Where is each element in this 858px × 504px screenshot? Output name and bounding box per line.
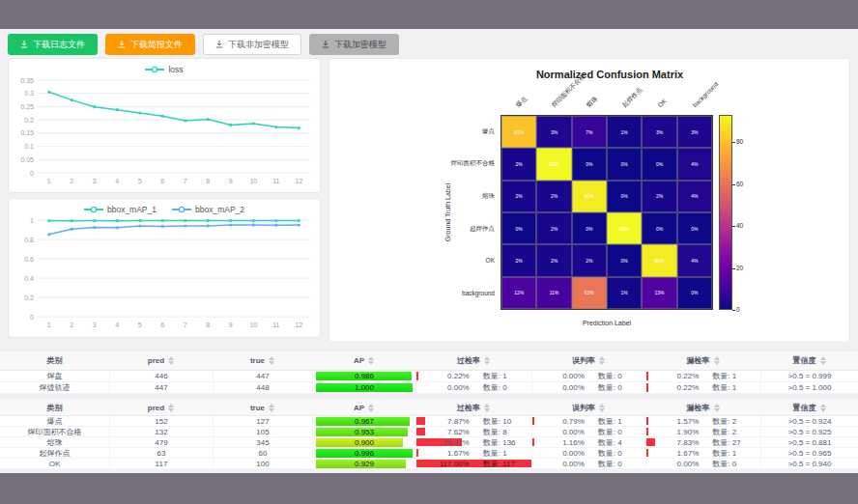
sort-control[interactable]	[820, 356, 826, 365]
svg-text:10: 10	[249, 178, 257, 184]
svg-text:0.2: 0.2	[24, 117, 34, 124]
sort-control[interactable]	[599, 356, 605, 365]
cm-cell: 2%	[572, 244, 607, 276]
cm-cell: 61%	[572, 277, 607, 309]
cm-cell: 12%	[501, 277, 536, 309]
true-cell: 127	[213, 416, 312, 427]
cm-cell: 93%	[607, 212, 642, 244]
missed-rate-count: 数量: 0	[699, 459, 760, 469]
column-header-label: 误判率	[572, 355, 595, 366]
cm-row-label: 爆点	[329, 126, 495, 136]
colorbar-tick-label: 0	[736, 306, 740, 314]
ap-value: 0.996	[316, 449, 413, 458]
download-encrypted-model-button[interactable]: 下载加密模型	[309, 34, 399, 55]
category-cell: 焊盘	[0, 371, 109, 382]
ap-value: 0.953	[316, 428, 413, 436]
sort-control[interactable]	[714, 356, 720, 365]
missed-rate-cell: 0.22%数量: 1	[645, 382, 760, 394]
category-cell: 爆点	[0, 416, 109, 427]
loss-chart-card: loss 00.050.10.150.20.250.30.35123456789…	[8, 58, 321, 193]
overdetect-rate-percent: 7.62%	[416, 428, 470, 436]
colorbar-tick-mark	[732, 310, 735, 311]
loss-chart-legend: loss	[9, 59, 320, 74]
sort-control[interactable]	[484, 404, 490, 412]
missed-rate-cell: 0.22%数量: 1	[645, 371, 760, 382]
pred-cell: 63	[109, 448, 213, 459]
misjudge-rate-count: 数量: 0	[585, 427, 645, 437]
svg-text:7: 7	[184, 178, 187, 184]
ap-value: 0.986	[316, 372, 413, 380]
column-header-label: AP	[354, 404, 364, 412]
column-header-pred: pred	[109, 400, 213, 416]
legend-item-bbox_mAP_1[interactable]: bbox_mAP_1	[84, 205, 157, 214]
svg-text:9: 9	[229, 322, 233, 328]
true-cell: 345	[213, 437, 312, 448]
legend-marker-icon	[172, 206, 191, 213]
ap-cell: 0.929	[312, 459, 415, 469]
overdetect-rate-cell: 7.87%数量: 10	[415, 416, 531, 427]
column-header-置信度: 置信度	[760, 351, 858, 371]
sort-control[interactable]	[168, 404, 174, 412]
sort-control[interactable]	[820, 404, 826, 412]
svg-text:5: 5	[138, 322, 142, 328]
missed-rate-cell: 1.57%数量: 2	[645, 416, 760, 427]
missed-rate-percent: 0.00%	[646, 460, 699, 468]
misjudge-rate-count: 数量: 0	[585, 371, 645, 381]
misjudge-rate-cell: 0.00%数量: 0	[531, 371, 645, 382]
column-header-置信度: 置信度	[760, 400, 858, 416]
overdetect-rate-cell: 117.00%数量: 117	[415, 459, 531, 469]
missed-rate-cell: 1.90%数量: 2	[645, 427, 760, 437]
sort-control[interactable]	[599, 404, 605, 412]
pred-cell: 152	[109, 416, 213, 427]
sort-control[interactable]	[484, 356, 490, 365]
cm-cell: 0%	[501, 212, 536, 244]
svg-text:0.2: 0.2	[24, 294, 34, 301]
cm-row-label: 熔珠	[329, 191, 495, 201]
download-plain-model-button[interactable]: 下载非加密模型	[203, 34, 301, 55]
ap-cell: 0.900	[312, 437, 415, 448]
cm-cell: 81%	[501, 116, 536, 148]
sort-control[interactable]	[368, 404, 374, 412]
sort-control[interactable]	[168, 356, 174, 365]
loss-line-chart: 00.050.10.150.20.250.30.3512345678910111…	[9, 74, 322, 188]
svg-text:4: 4	[115, 178, 119, 184]
cm-cell: 0%	[607, 148, 642, 180]
download-report-label: 下载简报文件	[130, 39, 183, 51]
pred-cell: 447	[109, 382, 213, 394]
confidence-cell: >0.5 = 0.940	[760, 459, 858, 469]
ap-value: 0.967	[316, 417, 413, 426]
missed-rate-percent: 0.22%	[646, 372, 699, 380]
legend-label: loss	[168, 65, 183, 74]
column-header-AP: AP	[312, 400, 415, 416]
sort-control[interactable]	[269, 404, 274, 412]
true-cell: 448	[213, 382, 312, 394]
sort-control[interactable]	[714, 404, 720, 412]
overdetect-rate-count: 数量: 1	[470, 448, 531, 459]
overdetect-rate-count: 数量: 0	[470, 382, 531, 393]
sort-control[interactable]	[269, 356, 274, 365]
sort-control[interactable]	[368, 356, 374, 365]
download-plain-model-label: 下载非加密模型	[228, 39, 289, 51]
download-toolbar: 下载日志文件 下载简报文件 下载非加密模型 下载加密模型	[8, 34, 399, 55]
overdetect-rate-percent: 1.67%	[416, 449, 470, 458]
cm-cell: 3%	[642, 116, 676, 148]
category-cell: 焊印面积不合格	[0, 427, 109, 437]
legend-item-loss[interactable]: loss	[145, 65, 183, 74]
overdetect-rate-cell: 0.22%数量: 1	[415, 371, 531, 382]
column-header-过检率: 过检率	[415, 400, 531, 416]
misjudge-rate-count: 数量: 0	[585, 382, 645, 393]
cm-cell: 0%	[572, 212, 607, 244]
misjudge-rate-percent: 0.00%	[532, 460, 585, 468]
cm-cell: 3%	[677, 116, 712, 148]
download-log-button[interactable]: 下载日志文件	[8, 34, 98, 55]
column-header-label: 置信度	[793, 355, 816, 366]
colorbar-tick-mark	[732, 184, 735, 185]
missed-rate-count: 数量: 1	[699, 382, 760, 393]
category-cell: 熔珠	[0, 437, 109, 448]
svg-text:11: 11	[272, 178, 279, 184]
legend-item-bbox_mAP_2[interactable]: bbox_mAP_2	[172, 205, 244, 214]
column-header-label: 漏检率	[687, 355, 710, 366]
overdetect-rate-count: 数量: 1	[470, 371, 531, 381]
download-report-button[interactable]: 下载简报文件	[105, 34, 195, 55]
true-cell: 447	[213, 371, 312, 382]
